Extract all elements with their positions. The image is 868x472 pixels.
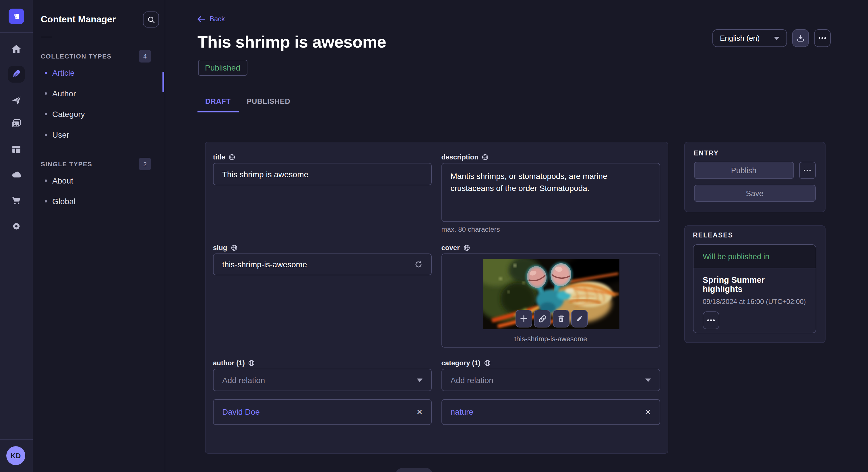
sidebar-item-label: About [52,176,73,185]
delete-media-button[interactable] [553,310,569,328]
entry-more-button[interactable] [799,162,815,179]
add-media-button[interactable] [516,310,532,328]
single-types-count-badge: 2 [139,158,151,170]
nav-deploy-button[interactable] [0,90,33,111]
edit-form-card: title This shrimp is awesome description [205,142,668,453]
remove-relation-icon[interactable]: ✕ [416,408,423,415]
sidebar-item-label: Author [52,89,76,98]
nav-ecommerce-button[interactable] [0,190,33,210]
release-card: Will be published in Spring Summer highl… [693,244,816,333]
relation-link[interactable]: David Doe [222,407,260,416]
relation-link[interactable]: nature [451,407,473,416]
chevron-down-icon [774,36,780,40]
media-icon [11,118,22,129]
title-input[interactable]: This shrimp is awesome [213,163,432,185]
status-badge: Published [198,60,247,76]
content-manager-subnav: Content Manager COLLECTION TYPES 4 Artic… [33,0,165,472]
chevron-down-icon [417,378,423,382]
remove-relation-icon[interactable]: ✕ [645,408,651,415]
sidebar-item-global[interactable]: Global [33,191,165,212]
title-field-label: title [213,153,225,161]
collection-types-section: COLLECTION TYPES 4 Article Author Catego… [33,50,165,145]
nav-cloud-button[interactable] [0,164,33,185]
rail-divider-top [0,32,33,33]
releases-panel: RELEASES Will be published in Spring Sum… [684,225,825,343]
release-more-button[interactable] [703,311,719,329]
sidebar-item-article[interactable]: Article [33,63,165,83]
export-button[interactable] [792,29,809,47]
edit-media-button[interactable] [571,310,588,328]
slug-input[interactable]: this-shrimp-is-awesome [213,254,432,275]
description-value: Mantis shrimps, or stomatopods, are mari… [451,171,608,193]
nav-settings-button[interactable] [0,216,33,236]
locale-select-value: English (en) [720,34,760,42]
bullet-icon [45,72,47,74]
arrow-left-icon [197,16,205,22]
back-link[interactable]: Back [197,15,225,23]
publish-button[interactable]: Publish [694,162,794,179]
sidebar-item-author[interactable]: Author [33,83,165,104]
cover-filename: this-shrimp-is-awesome [442,335,660,343]
user-avatar[interactable]: KD [6,446,25,465]
author-field-label: author (1) [213,359,245,367]
entry-panel-title: ENTRY [694,150,815,157]
search-icon [147,16,155,23]
globe-icon [482,154,489,160]
cover-image[interactable] [484,259,619,329]
description-field-label: description [441,153,478,161]
sidebar-item-label: Category [52,109,85,119]
bullet-icon [45,200,47,202]
release-date: 09/18/2024 at 16:00 (UTC+02:00) [703,298,807,306]
bullet-icon [45,134,47,136]
copy-link-button[interactable] [534,310,551,328]
more-actions-button[interactable] [814,29,831,47]
sidebar-item-about[interactable]: About [33,170,165,191]
edit-view: Back This shrimp is awesome Published En… [166,0,868,472]
scroll-cut-element [396,468,433,472]
strapi-logo[interactable] [9,9,24,24]
trash-icon [557,314,565,323]
nav-content-type-builder-button[interactable] [0,139,33,160]
tab-published[interactable]: PUBLISHED [239,92,299,112]
more-icon [804,170,811,171]
locale-select[interactable]: English (en) [712,29,787,47]
category-relation-select[interactable]: Add relation [441,369,660,391]
sidebar-item-category[interactable]: Category [33,104,165,125]
single-types-section: SINGLE TYPES 2 About Global [33,158,165,212]
nav-home-button[interactable] [0,38,33,59]
description-hint: max. 80 characters [441,225,660,233]
category-relation-item: nature ✕ [441,399,660,425]
search-button[interactable] [143,11,159,28]
more-icon [819,38,826,39]
slug-input-value: this-shrimp-is-awesome [222,260,307,269]
tab-draft[interactable]: DRAFT [197,92,239,112]
cloud-icon [11,169,22,180]
sidebar-item-label: Global [52,197,75,206]
release-name: Spring Summer highlights [703,275,807,294]
regenerate-icon[interactable] [415,260,423,268]
pencil-icon [576,315,584,322]
slug-field-label: slug [213,243,227,251]
home-icon [11,43,22,54]
release-status: Will be published in [693,245,816,268]
bullet-icon [45,92,47,95]
link-icon [538,314,547,323]
author-relation-item: David Doe ✕ [213,399,432,425]
header-controls: English (en) [712,29,831,47]
author-relation-select[interactable]: Add relation [213,369,432,391]
category-relation-placeholder: Add relation [451,375,493,384]
description-textarea[interactable]: Mantis shrimps, or stomatopods, are mari… [441,163,660,222]
sidebar-item-user[interactable]: User [33,125,165,145]
subnav-divider [41,37,52,37]
single-types-header: SINGLE TYPES [41,161,92,167]
nav-media-library-button[interactable] [0,113,33,134]
save-button[interactable]: Save [694,185,815,202]
cover-field-label: cover [441,243,460,251]
send-icon [11,95,22,106]
version-tabs: DRAFT PUBLISHED [197,92,298,112]
cover-field: this-shrimp-is-awesome [441,254,660,347]
chevron-down-icon [645,378,651,382]
feather-icon [11,69,22,79]
layout-icon [11,144,22,155]
nav-content-manager-button[interactable] [8,66,25,82]
